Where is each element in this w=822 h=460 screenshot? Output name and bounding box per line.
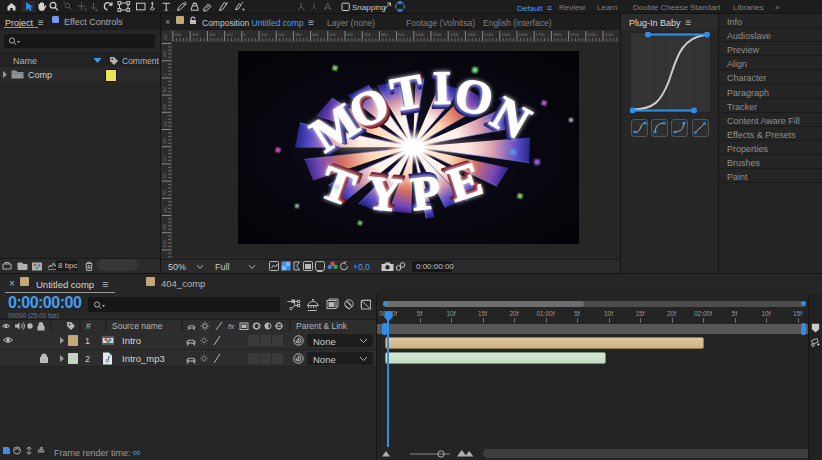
svg-text:900: 900 [164,224,168,230]
svg-text:200: 200 [209,32,216,37]
svg-text:200: 200 [278,32,285,37]
svg-text:Source name: Source name [112,321,163,331]
svg-text:2000: 2000 [587,32,597,37]
svg-text:1800: 1800 [553,32,563,37]
svg-text:700: 700 [164,190,168,196]
svg-text:1700: 1700 [536,32,546,37]
svg-text:600: 600 [164,173,168,179]
svg-text:500: 500 [164,156,168,162]
svg-text:1200: 1200 [450,32,460,37]
svg-text:1600: 1600 [519,32,529,37]
svg-text:900: 900 [398,32,405,37]
svg-text:#: # [86,321,91,331]
svg-text:300: 300 [192,32,199,37]
svg-text:fx: fx [228,322,235,331]
svg-text:400: 400 [175,32,182,37]
svg-text:-200: -200 [164,34,168,41]
svg-text:0: 0 [164,73,168,75]
svg-text:1100: 1100 [433,32,442,37]
svg-text:500: 500 [329,32,336,37]
svg-text:700: 700 [364,32,371,37]
svg-text:1000: 1000 [415,32,425,37]
svg-text:100: 100 [226,32,233,37]
svg-text:100: 100 [261,32,268,37]
svg-text:400: 400 [312,32,319,37]
svg-text:1900: 1900 [570,32,580,37]
svg-text:800: 800 [164,207,168,213]
svg-text:800: 800 [381,32,388,37]
svg-text:1000: 1000 [164,240,168,248]
svg-text:300: 300 [164,121,168,127]
svg-text:1500: 1500 [501,32,511,37]
svg-text:Parent & Link: Parent & Link [296,321,348,331]
svg-text:200: 200 [164,104,168,110]
svg-text:2100: 2100 [605,32,615,37]
svg-text:400: 400 [164,138,168,144]
svg-text:1400: 1400 [484,32,494,37]
svg-text:-100: -100 [164,51,168,58]
svg-text:100: 100 [164,87,168,93]
svg-text:Y: Y [364,165,404,221]
svg-text:0: 0 [243,32,246,37]
svg-text:300: 300 [295,32,302,37]
svg-text:1300: 1300 [467,32,477,37]
svg-text:600: 600 [347,32,354,37]
